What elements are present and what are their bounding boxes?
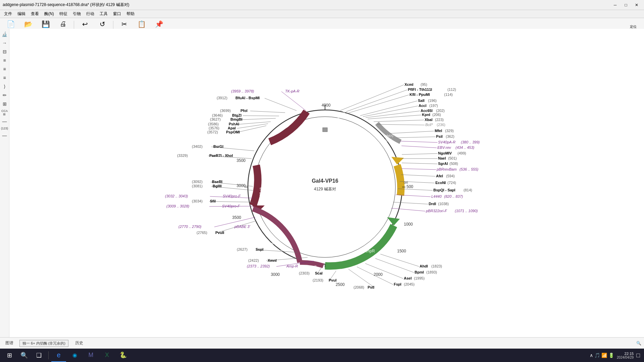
svg-line-47 <box>374 120 424 122</box>
menu-edit[interactable]: 编辑 <box>15 10 28 17</box>
svg-text:HSV TK poly(A) signal: HSV TK poly(A) signal <box>321 108 347 139</box>
taskbar-app-bing[interactable]: ◉ <box>67 349 82 362</box>
svg-text:1000: 1000 <box>404 222 413 227</box>
svg-text:SV40pro-F: SV40pro-F <box>222 204 240 208</box>
svg-text:SalI: SalI <box>418 99 425 103</box>
menu-feature[interactable]: 特征 <box>57 10 70 17</box>
cca-label[interactable]: CCA⊞ <box>1 109 8 117</box>
tooltip-text: 独一 6+ 内切酶 (非冗余的) <box>22 341 65 345</box>
svg-text:BpmI: BpmI <box>415 270 424 274</box>
sidebar-btn-9[interactable]: ⊞ <box>1 100 9 108</box>
sidebar-btn-5[interactable]: ≡ <box>1 65 9 73</box>
menu-action[interactable]: 行动 <box>84 10 97 17</box>
task-view[interactable]: ❑ <box>32 349 46 362</box>
sidebar-num: (123) <box>0 126 9 131</box>
svg-text:Acc65I: Acc65I <box>421 109 432 113</box>
sidebar-btn-8[interactable]: ✏ <box>1 91 9 99</box>
svg-text:KflI - PpuMI: KflI - PpuMI <box>410 93 430 97</box>
svg-line-167 <box>250 111 285 113</box>
svg-text:(724): (724) <box>447 181 456 185</box>
svg-text:PflFI - Tth111I: PflFI - Tth111I <box>408 87 432 92</box>
svg-text:(112): (112) <box>447 87 456 92</box>
svg-text:BsrGI: BsrGI <box>213 144 223 148</box>
svg-text:(820 .. 837): (820 .. 837) <box>444 194 463 198</box>
sidebar-btn-1[interactable]: 🔬 <box>1 30 9 38</box>
taskbar-app-teams[interactable]: M <box>84 349 98 362</box>
svg-text:(329): (329) <box>445 129 454 133</box>
menu-file[interactable]: 文件 <box>1 10 15 17</box>
save-icon: 💾 <box>42 20 50 28</box>
label-xcmi: XcmI <box>405 82 413 86</box>
svg-text:(2770 .. 2790): (2770 .. 2790) <box>178 225 202 229</box>
menu-primer[interactable]: 引物 <box>70 10 84 17</box>
svg-text:(202): (202) <box>436 109 445 113</box>
plasmid-map[interactable]: 4000 500 1000 1500 2000 2500 3000 3500 3… <box>142 38 511 340</box>
svg-line-164 <box>243 116 279 116</box>
svg-text:(3959 .. 3978): (3959 .. 3978) <box>231 89 254 93</box>
svg-text:AccI: AccI <box>419 104 426 108</box>
svg-line-152 <box>237 126 266 132</box>
svg-text:(1995): (1995) <box>414 276 425 280</box>
menu-window[interactable]: 窗口 <box>110 10 124 17</box>
svg-text:pBABE 3': pBABE 3' <box>234 225 251 229</box>
svg-line-41 <box>366 111 420 118</box>
taskbar-notification[interactable]: □ <box>636 352 640 359</box>
svg-text:(2193): (2193) <box>313 278 323 282</box>
svg-text:(3032 .. 3043): (3032 .. 3043) <box>165 194 188 198</box>
tab-map[interactable]: 图谱 <box>3 339 16 347</box>
maximize-button[interactable]: □ <box>621 1 631 9</box>
svg-text:BclI*: BclI* <box>425 123 433 127</box>
svg-text:2000: 2000 <box>374 272 383 277</box>
close-button[interactable]: ✕ <box>632 1 641 9</box>
svg-text:(3081): (3081) <box>192 184 203 188</box>
svg-line-95 <box>380 254 419 266</box>
svg-line-59 <box>400 141 437 142</box>
svg-marker-21 <box>391 157 404 165</box>
taskbar-app-snapgene[interactable]: 🐍 <box>116 349 130 362</box>
menu-help[interactable]: 帮助 <box>124 10 137 17</box>
svg-text:DrdI: DrdI <box>429 202 436 206</box>
svg-text:SV40pA-R: SV40pA-R <box>438 140 455 144</box>
svg-text:SV40: SV40 <box>389 126 396 129</box>
svg-text:500: 500 <box>407 184 413 189</box>
svg-line-74 <box>402 169 436 170</box>
sidebar-btn-10[interactable]: — <box>1 117 9 125</box>
svg-text:PshAI: PshAI <box>229 122 239 126</box>
search-icon[interactable]: 🔍 <box>636 341 641 346</box>
svg-text:(2627): (2627) <box>237 247 248 251</box>
taskbar-separator <box>48 351 49 359</box>
taskbar-app-excel[interactable]: X <box>100 349 114 362</box>
svg-text:(594): (594) <box>446 174 455 178</box>
svg-line-101 <box>365 263 403 279</box>
sidebar-btn-6[interactable]: ≡ <box>1 74 9 82</box>
svg-text:ApaI: ApaI <box>228 126 236 130</box>
svg-marker-19 <box>387 217 400 226</box>
svg-text:(114): (114) <box>444 93 453 97</box>
svg-text:NgoMIV: NgoMIV <box>438 151 452 155</box>
sidebar-btn-4[interactable]: ≡ <box>1 56 9 64</box>
sidebar-btn-3[interactable]: ⊟ <box>1 48 9 56</box>
svg-line-107 <box>348 269 374 287</box>
sidebar-btn-11[interactable]: — <box>1 131 9 139</box>
sidebar-btn-2[interactable]: → <box>1 39 9 47</box>
svg-text:(2045): (2045) <box>404 282 415 286</box>
menu-enzyme[interactable]: 酶(N) <box>42 10 57 17</box>
svg-text:(3912): (3912) <box>217 96 227 100</box>
pos-xcmi: (95) <box>421 82 427 86</box>
svg-line-38 <box>363 106 418 117</box>
minimize-button[interactable]: ─ <box>610 1 620 9</box>
tab-history[interactable]: 历史 <box>72 339 86 347</box>
menu-view[interactable]: 查看 <box>28 10 42 17</box>
svg-text:BmgBI: BmgBI <box>230 117 242 121</box>
sidebar-btn-7[interactable]: ⟩ <box>1 82 9 90</box>
taskbar-app-edge[interactable]: e <box>51 349 66 362</box>
svg-line-173 <box>281 92 306 111</box>
svg-text:BspQI - SapI: BspQI - SapI <box>433 188 455 192</box>
start-button[interactable]: ⊞ <box>3 349 16 362</box>
svg-text:3500: 3500 <box>236 158 246 163</box>
svg-text:(196): (196) <box>428 99 437 103</box>
menu-tools[interactable]: 工具 <box>97 10 110 17</box>
svg-line-29 <box>346 90 407 112</box>
svg-text:3000: 3000 <box>236 183 246 188</box>
search-taskbar[interactable]: 🔍 <box>17 349 31 362</box>
